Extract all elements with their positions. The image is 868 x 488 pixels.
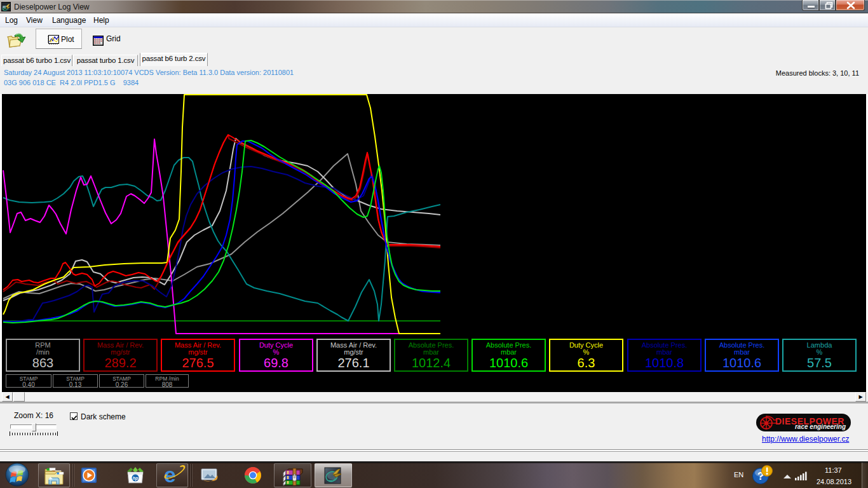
svg-text:hp: hp xyxy=(133,476,139,481)
